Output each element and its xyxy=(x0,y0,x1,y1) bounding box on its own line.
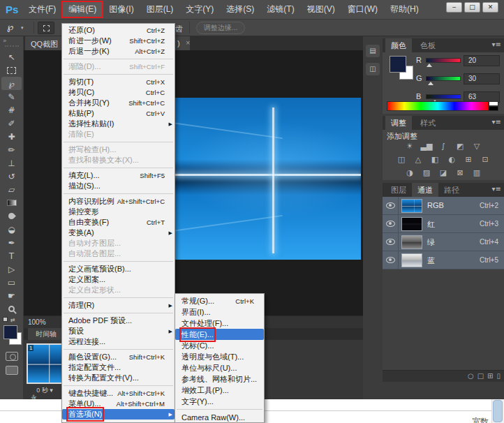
menubar-item-edit[interactable]: 编辑(E) xyxy=(62,1,103,17)
zoom-tool[interactable] xyxy=(1,302,22,316)
channel-mixer-icon[interactable]: ⊞ xyxy=(463,154,475,165)
preferences-item-plug-ins[interactable]: 增效工具(P)... xyxy=(175,385,264,396)
screen-mode-button[interactable] xyxy=(6,366,18,375)
swap-colors-icon[interactable]: ⇄ xyxy=(10,317,15,323)
edit-menu-item-color-settings[interactable]: 颜色设置(G)...Shift+Ctrl+K xyxy=(62,352,175,362)
edit-menu-item-content-aware-scale[interactable]: 内容识别比例Alt+Shift+Ctrl+C xyxy=(62,196,175,207)
edit-menu-item-paste[interactable]: 粘贴(P)Ctrl+V xyxy=(62,108,175,119)
type-tool[interactable]: T xyxy=(1,249,22,262)
clone-stamp-tool[interactable]: ⊥ xyxy=(1,156,22,170)
white-ramp-swatch[interactable] xyxy=(489,101,498,106)
tab-layers[interactable]: 图层 xyxy=(385,183,412,197)
lasso-tool[interactable]: ℘ xyxy=(1,77,22,90)
preferences-item-type[interactable]: 文字(Y)... xyxy=(175,396,264,407)
foreground-color-swatch[interactable] xyxy=(3,325,17,339)
edit-menu-item-clear[interactable]: 清除(E) xyxy=(62,129,175,140)
edit-menu-item-transform[interactable]: 变换(A)▶ xyxy=(62,228,175,238)
visibility-eye-icon[interactable] xyxy=(386,239,395,245)
collapsed-panel-button-2[interactable]: ◫ xyxy=(366,63,380,75)
new-channel-icon[interactable]: ⊞ xyxy=(487,372,493,380)
close-button[interactable]: ✕ xyxy=(482,2,498,13)
lasso-tool-preset-icon[interactable]: ℘ xyxy=(7,22,13,32)
preferences-item-camera-raw[interactable]: Camera Raw(W)... xyxy=(175,412,264,423)
photo-filter-icon[interactable]: ◐ xyxy=(446,154,458,165)
panel-menu-icon[interactable]: ▾≡ xyxy=(492,40,501,48)
tab-channels[interactable]: 通道 xyxy=(412,183,438,197)
tab-close-icon[interactable]: × xyxy=(186,38,190,47)
slider-thumb[interactable] xyxy=(427,64,432,67)
preferences-item-transparency-gamut[interactable]: 透明度与色域(T)... xyxy=(175,351,264,362)
levels-icon[interactable]: ▃▆ xyxy=(421,141,433,152)
edit-menu-item-keyboard-shortcuts[interactable]: 键盘快捷键...Alt+Shift+Ctrl+K xyxy=(62,388,175,399)
slider-value-g[interactable]: 30 xyxy=(464,73,500,84)
edit-menu-item-define-brush-preset[interactable]: 定义画笔预设(B)... xyxy=(62,264,175,274)
menubar-item-file[interactable]: 文件(F) xyxy=(22,1,62,17)
edit-menu-item-find-replace-text[interactable]: 查找和替换文本(X)... xyxy=(62,155,175,165)
color-balance-icon[interactable]: △ xyxy=(413,154,424,165)
preferences-item-units-rulers[interactable]: 单位与标尺(U)... xyxy=(175,362,264,373)
edit-menu-item-paste-special[interactable]: 选择性粘贴(I)▶ xyxy=(62,119,175,129)
preferences-item-file-handling[interactable]: 文件处理(F)... xyxy=(175,318,264,329)
curves-icon[interactable]: ∫ xyxy=(438,141,450,152)
channel-row-blue[interactable]: 蓝Ctrl+5 xyxy=(383,251,504,269)
tab-styles[interactable]: 样式 xyxy=(415,116,441,130)
slider-track-b[interactable] xyxy=(426,94,461,99)
panel-menu-icon[interactable]: ▾≡ xyxy=(492,185,501,193)
edit-menu-item-convert-to-profile[interactable]: 转换为配置文件(V)... xyxy=(62,373,175,383)
edit-menu-item-presets[interactable]: 预设▶ xyxy=(62,326,175,336)
posterize-icon[interactable]: ▨ xyxy=(421,168,433,179)
dodge-tool[interactable]: ◒ xyxy=(1,223,22,236)
edit-menu-item-stroke[interactable]: 描边(S)... xyxy=(62,181,175,191)
channel-row-rgb[interactable]: RGBCtrl+2 xyxy=(383,197,504,215)
default-colors-icon[interactable] xyxy=(3,317,8,322)
brightness-contrast-icon[interactable]: ☀ xyxy=(404,141,416,152)
edit-menu-item-free-transform[interactable]: 自由变换(F)Ctrl+T xyxy=(62,217,175,228)
tab-color[interactable]: 颜色 xyxy=(385,38,412,52)
selective-color-icon[interactable]: ⊠ xyxy=(454,168,466,179)
healing-brush-tool[interactable]: ✚ xyxy=(1,130,22,143)
edit-menu-item-copy[interactable]: 拷贝(C)Ctrl+C xyxy=(62,87,175,98)
preferences-item-guides-grid-slices[interactable]: 参考线、网格和切片... xyxy=(175,373,264,385)
quick-selection-tool[interactable]: ✎ xyxy=(1,90,22,103)
hue-saturation-icon[interactable]: ◫ xyxy=(396,154,408,165)
menubar-item-filter[interactable]: 滤镜(T) xyxy=(260,1,300,17)
edit-menu-item-undo[interactable]: 还原(O)Ctrl+Z xyxy=(62,25,175,36)
preferences-item-performance[interactable]: 性能(E)... xyxy=(175,329,264,340)
eraser-tool[interactable]: ▱ xyxy=(1,183,22,196)
menubar-item-help[interactable]: 帮助(H) xyxy=(384,1,425,17)
zoom-level[interactable]: 100% xyxy=(28,318,46,326)
toolbar-grip[interactable] xyxy=(5,45,19,47)
preferences-item-interface[interactable]: 界面(I)... xyxy=(175,306,264,318)
menubar-item-view[interactable]: 视图(V) xyxy=(301,1,341,17)
invert-icon[interactable]: ◑ xyxy=(404,168,416,179)
edit-menu-item-fill[interactable]: 填充(L)...Shift+F5 xyxy=(62,170,175,181)
tab-timeline[interactable]: 时间轴 xyxy=(28,328,64,340)
delete-channel-icon[interactable]: ▯ xyxy=(496,372,501,380)
quick-mask-button[interactable] xyxy=(6,352,18,361)
pen-tool[interactable]: ✒ xyxy=(1,236,22,249)
blur-tool[interactable] xyxy=(1,209,22,223)
toolbar-collapse-icon[interactable]: » xyxy=(3,37,7,44)
preferences-item-general[interactable]: 常规(G)...Ctrl+K xyxy=(175,295,264,306)
eyedropper-tool[interactable]: ✐ xyxy=(1,117,22,130)
edit-menu-item-remote-connections[interactable]: 远程连接... xyxy=(62,336,175,347)
edit-menu-item-copy-merged[interactable]: 合并拷贝(Y)Shift+Ctrl+C xyxy=(62,98,175,108)
gradient-map-icon[interactable]: ▥ xyxy=(471,168,483,179)
edit-menu-item-cut[interactable]: 剪切(T)Ctrl+X xyxy=(62,77,175,87)
refine-edge-button[interactable]: 调整边缘... xyxy=(196,22,245,34)
channel-row-red[interactable]: 红Ctrl+3 xyxy=(383,215,504,233)
edit-menu-item-check-spelling[interactable]: 拼写检查(H)... xyxy=(62,144,175,155)
exposure-icon[interactable]: ◩ xyxy=(454,141,466,152)
history-brush-tool[interactable]: ↺ xyxy=(1,170,22,183)
page-scrollbar-thumb[interactable] xyxy=(493,400,503,422)
panel-menu-icon[interactable]: ▾≡ xyxy=(492,118,501,126)
tool-preset-caret-icon[interactable]: ▾ xyxy=(21,25,24,31)
brush-tool[interactable]: ✏ xyxy=(1,143,22,156)
edit-menu-item-auto-align-layers[interactable]: 自动对齐图层... xyxy=(62,238,175,248)
black-white-icon[interactable]: ◧ xyxy=(429,154,441,165)
tab-paths[interactable]: 路径 xyxy=(438,183,465,197)
load-channel-as-selection-icon[interactable]: ○ xyxy=(468,372,474,380)
move-tool[interactable]: ↖ xyxy=(1,50,22,64)
edit-menu-item-puppet-warp[interactable]: 操控变形 xyxy=(62,207,175,217)
edit-menu-item-preferences[interactable]: 首选项(N)▶ xyxy=(62,409,175,420)
